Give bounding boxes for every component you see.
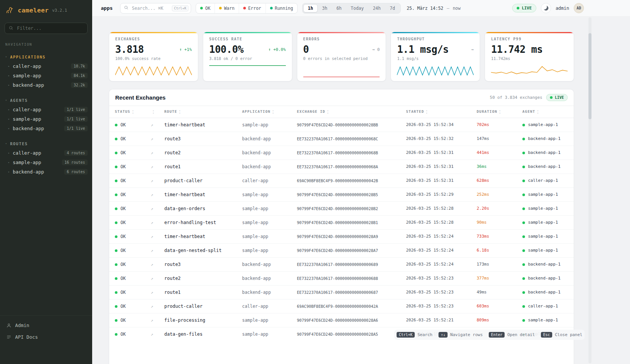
exchange-row-data-gen-orders-6[interactable]: OK ↗ data-gen-orders sample-app 90799F47… — [109, 201, 574, 215]
open-exchange-icon[interactable]: ↗ — [151, 332, 153, 337]
filter-input[interactable] — [16, 25, 83, 31]
scrollbar-thumb[interactable] — [588, 33, 591, 119]
sidebar-item-agents-sample-app[interactable]: ▸ sample-app 1/1 live — [0, 114, 92, 124]
open-exchange-icon[interactable]: ↗ — [151, 234, 153, 239]
sidebar-item-admin[interactable]: Admin — [0, 319, 92, 331]
sidebar-item-applications-caller-app[interactable]: ▸ caller-app 10.7k — [0, 61, 92, 71]
column-header-status[interactable]: STATUS▴▾ — [109, 106, 145, 118]
open-exchange-icon[interactable]: ↗ — [151, 178, 153, 183]
application-cell: sample-app — [236, 313, 291, 327]
shortcut-key: Ctrl+K — [397, 332, 415, 338]
sidebar-item-agents-backend-app[interactable]: ▸ backend-app 1/1 live — [0, 124, 92, 133]
exchange-row-timer-heartbeat-5[interactable]: OK ↗ timer-heartbeat sample-app 90799F47… — [109, 187, 574, 201]
duration-cell: 809ms — [471, 313, 517, 327]
sidebar-item-badge: 84.1k — [71, 73, 88, 78]
sidebar-item-applications-sample-app[interactable]: ▸ sample-app 84.1k — [0, 71, 92, 80]
live-indicator[interactable]: LIVE — [512, 4, 536, 12]
range-button-1h[interactable]: 1h — [303, 4, 318, 12]
range-button-3h[interactable]: 3h — [318, 4, 332, 12]
search-input[interactable] — [131, 5, 169, 11]
open-exchange-icon[interactable]: ↗ — [151, 192, 153, 197]
column-header-open[interactable]: ▴▾ — [145, 106, 159, 118]
status-filter-running[interactable]: Running — [266, 3, 297, 13]
exchange-row-route3-10[interactable]: OK ↗ route3 backend-app EE7322370A10617-… — [109, 257, 574, 271]
sidebar-item-routes-sample-app[interactable]: ▸ sample-app 16 routes — [0, 158, 92, 167]
status-filter-warn[interactable]: Warn — [215, 3, 239, 13]
route-cell: route1 — [159, 160, 236, 174]
sidebar-item-applications-backend-app[interactable]: ▸ backend-app 32.2k — [0, 80, 92, 90]
avatar[interactable]: AD — [574, 3, 584, 13]
open-exchange-icon[interactable]: ↗ — [151, 206, 153, 211]
exchange-row-route2-11[interactable]: OK ↗ route2 backend-app EE7322370A10617-… — [109, 271, 574, 285]
exchange-row-file-processing-14[interactable]: OK ↗ file-processing sample-app 90799F47… — [109, 313, 574, 327]
chevron-down-icon: ▾ — [5, 142, 8, 145]
sort-icon: ▴▾ — [426, 109, 428, 114]
open-exchange-icon[interactable]: ↗ — [151, 123, 153, 127]
chevron-right-icon: ▸ — [8, 117, 10, 121]
open-exchange-icon[interactable]: ↗ — [151, 248, 153, 253]
metric-delta: → 0 — [372, 47, 380, 52]
open-exchange-icon[interactable]: ↗ — [151, 137, 153, 141]
range-button-6h[interactable]: 6h — [332, 4, 346, 12]
open-exchange-icon[interactable]: ↗ — [151, 276, 153, 281]
exchange-row-route1-3[interactable]: OK ↗ route1 backend-app EE7322370A10617-… — [109, 160, 574, 174]
application-cell: caller-app — [236, 174, 291, 187]
range-button-24h[interactable]: 24h — [368, 4, 385, 12]
exchange-row-timer-heartbeat-0[interactable]: OK ↗ timer-heartbeat sample-app 90799F47… — [109, 118, 574, 132]
open-exchange-icon[interactable]: ↗ — [151, 220, 153, 225]
status-filter-ok[interactable]: OK — [196, 3, 215, 13]
agent-dot — [522, 277, 525, 280]
section-header-agents[interactable]: ▾ AGENTS — [0, 96, 92, 105]
open-exchange-icon[interactable]: ↗ — [151, 290, 153, 295]
open-exchange-icon[interactable]: ↗ — [151, 151, 153, 155]
metric-card-latency-p99: LATENCY P99 11.742 ms 11.742ms — [485, 32, 574, 81]
section-header-applications[interactable]: ▾ APPLICATIONS — [0, 52, 92, 61]
column-header-application[interactable]: APPLICATION▴▾ — [236, 106, 291, 118]
duration-cell: 6.18s — [471, 243, 517, 257]
exchange-row-route2-2[interactable]: OK ↗ route2 backend-app EE7322370A10617-… — [109, 146, 574, 160]
range-button-7d[interactable]: 7d — [385, 4, 400, 12]
user-menu[interactable]: admin — [556, 6, 569, 11]
time-range-group: 1h3h6hToday24h7d — [302, 3, 401, 14]
open-exchange-icon[interactable]: ↗ — [151, 164, 153, 169]
sidebar-item-routes-backend-app[interactable]: ▸ backend-app 6 routes — [0, 167, 92, 177]
footer-item-label: API Docs — [15, 334, 38, 340]
exchange-row-route3-1[interactable]: OK ↗ route3 backend-app EE7322370A10617-… — [109, 132, 574, 146]
column-header-started[interactable]: STARTED▴▾ — [400, 106, 471, 118]
date-range-picker[interactable]: 25. März 14:52 — now — [407, 6, 461, 11]
route-cell: data-gen-orders — [159, 201, 236, 215]
theme-toggle-button[interactable] — [541, 3, 551, 13]
started-cell: 2026-03-25 15:52:23 — [400, 299, 471, 313]
sidebar-item-label: caller-app — [13, 107, 61, 112]
sidebar-item-api-docs[interactable]: API Docs — [0, 331, 92, 343]
table-live-indicator[interactable]: LIVE — [546, 94, 568, 101]
open-exchange-icon[interactable]: ↗ — [151, 318, 153, 323]
column-header-agent[interactable]: AGENT▴▾ — [517, 106, 574, 118]
open-exchange-icon[interactable]: ↗ — [151, 262, 153, 267]
status-filter-error[interactable]: Error — [239, 3, 266, 13]
column-header-route[interactable]: ROUTE▴▾ — [159, 106, 236, 118]
agent-dot — [522, 124, 525, 126]
range-button-today[interactable]: Today — [346, 4, 369, 12]
status-ok-dot — [115, 194, 117, 196]
exchange-row-route1-12[interactable]: OK ↗ route1 backend-app EE7322370A10617-… — [109, 285, 574, 299]
app-logo[interactable]: cameleer v3.2.1 — [0, 0, 92, 17]
sidebar-item-label: caller-app — [13, 63, 68, 69]
started-cell: 2026-03-25 15:52:24 — [400, 243, 471, 257]
exchange-row-product-caller-4[interactable]: OK ↗ product-caller caller-app 69AC90BF8… — [109, 174, 574, 187]
date-end: now — [453, 6, 461, 11]
column-header-exchange-id[interactable]: EXCHANGE ID▴▾ — [291, 106, 400, 118]
column-header-duration[interactable]: DURATION▴▾ — [471, 106, 517, 118]
sidebar-item-agents-caller-app[interactable]: ▸ caller-app 1/1 live — [0, 105, 92, 114]
metric-value: 100.0% — [209, 44, 244, 55]
status-ok-dot — [115, 124, 117, 126]
sidebar-item-routes-caller-app[interactable]: ▸ caller-app 4 routes — [0, 148, 92, 158]
search-icon — [9, 26, 13, 31]
exchange-row-product-caller-13[interactable]: OK ↗ product-caller caller-app 69AC90BF8… — [109, 299, 574, 313]
section-header-routes[interactable]: ▾ ROUTES — [0, 139, 92, 148]
exchange-row-data-gen-nested-split-9[interactable]: OK ↗ data-gen-nested-split sample-app 90… — [109, 243, 574, 257]
exchange-row-error-handling-test-7[interactable]: OK ↗ error-handling-test sample-app 9079… — [109, 215, 574, 229]
open-exchange-icon[interactable]: ↗ — [151, 304, 153, 309]
exchange-row-timer-heartbeat-8[interactable]: OK ↗ timer-heartbeat sample-app 90799F47… — [109, 229, 574, 243]
global-search[interactable]: Ctrl+K — [120, 3, 191, 14]
